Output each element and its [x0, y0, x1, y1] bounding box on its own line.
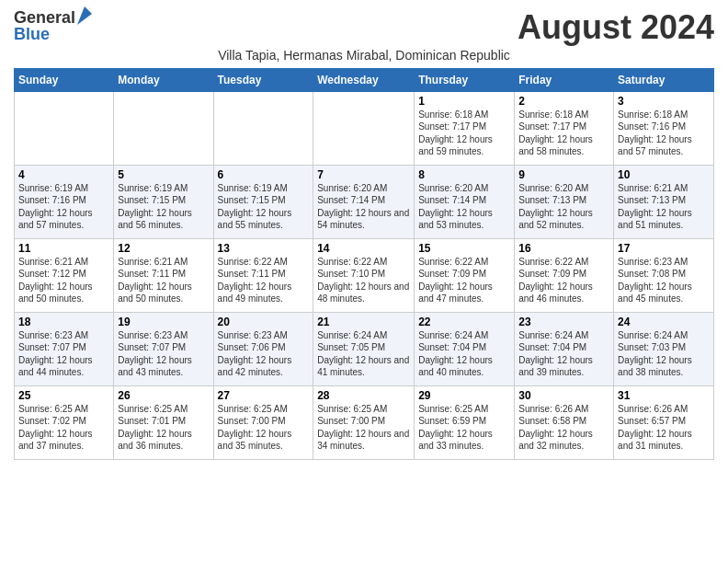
page-header: General Blue August 2024: [14, 9, 714, 46]
calendar-day-cell: 11Sunrise: 6:21 AMSunset: 7:12 PMDayligh…: [15, 238, 114, 312]
day-number: 20: [218, 316, 310, 328]
day-info: Sunrise: 6:26 AMSunset: 6:58 PMDaylight:…: [518, 403, 609, 453]
day-number: 22: [418, 316, 510, 328]
weekday-header-cell: Sunday: [15, 68, 114, 91]
day-info: Sunrise: 6:20 AMSunset: 7:14 PMDaylight:…: [418, 182, 510, 232]
day-number: 7: [317, 168, 410, 181]
day-number: 14: [317, 242, 410, 255]
weekday-header-row: SundayMondayTuesdayWednesdayThursdayFrid…: [15, 68, 714, 91]
svg-marker-0: [77, 6, 92, 25]
weekday-header-cell: Friday: [515, 68, 614, 91]
day-number: 21: [317, 316, 410, 328]
day-info: Sunrise: 6:19 AMSunset: 7:15 PMDaylight:…: [118, 182, 209, 232]
day-number: 2: [518, 95, 609, 108]
logo-bird-icon: [77, 6, 92, 25]
day-number: 31: [618, 389, 710, 402]
day-info: Sunrise: 6:21 AMSunset: 7:11 PMDaylight:…: [118, 256, 209, 305]
calendar-day-cell: 24Sunrise: 6:24 AMSunset: 7:03 PMDayligh…: [614, 312, 714, 385]
day-info: Sunrise: 6:19 AMSunset: 7:15 PMDaylight:…: [218, 182, 310, 232]
calendar-week-row: 18Sunrise: 6:23 AMSunset: 7:07 PMDayligh…: [15, 312, 714, 385]
day-number: 24: [618, 316, 710, 328]
day-info: Sunrise: 6:23 AMSunset: 7:08 PMDaylight:…: [618, 256, 710, 305]
calendar-day-cell: [213, 91, 313, 165]
day-number: 15: [418, 242, 510, 255]
day-info: Sunrise: 6:24 AMSunset: 7:04 PMDaylight:…: [418, 329, 510, 379]
day-info: Sunrise: 6:21 AMSunset: 7:12 PMDaylight:…: [18, 256, 109, 305]
day-number: 1: [418, 95, 510, 108]
calendar-table: SundayMondayTuesdayWednesdayThursdayFrid…: [14, 68, 714, 460]
day-number: 16: [518, 242, 609, 255]
day-info: Sunrise: 6:25 AMSunset: 7:00 PMDaylight:…: [317, 403, 410, 453]
calendar-day-cell: 9Sunrise: 6:20 AMSunset: 7:13 PMDaylight…: [515, 165, 614, 238]
day-number: 5: [118, 168, 209, 181]
weekday-header-cell: Saturday: [614, 68, 714, 91]
calendar-day-cell: 30Sunrise: 6:26 AMSunset: 6:58 PMDayligh…: [515, 385, 614, 459]
day-info: Sunrise: 6:20 AMSunset: 7:13 PMDaylight:…: [518, 182, 609, 232]
day-info: Sunrise: 6:25 AMSunset: 6:59 PMDaylight:…: [418, 403, 510, 453]
logo-general-text: General: [14, 9, 75, 26]
weekday-header-cell: Wednesday: [313, 68, 415, 91]
day-info: Sunrise: 6:25 AMSunset: 7:01 PMDaylight:…: [118, 403, 209, 453]
calendar-week-row: 25Sunrise: 6:25 AMSunset: 7:02 PMDayligh…: [15, 385, 714, 459]
day-info: Sunrise: 6:24 AMSunset: 7:04 PMDaylight:…: [518, 329, 609, 379]
day-number: 17: [618, 242, 710, 255]
day-number: 4: [18, 168, 109, 181]
day-number: 23: [518, 316, 609, 328]
day-info: Sunrise: 6:23 AMSunset: 7:07 PMDaylight:…: [118, 329, 209, 379]
calendar-day-cell: [313, 91, 415, 165]
calendar-week-row: 11Sunrise: 6:21 AMSunset: 7:12 PMDayligh…: [15, 238, 714, 312]
month-year-title: August 2024: [518, 9, 714, 46]
day-info: Sunrise: 6:24 AMSunset: 7:03 PMDaylight:…: [618, 329, 710, 379]
calendar-body: 1Sunrise: 6:18 AMSunset: 7:17 PMDaylight…: [15, 91, 714, 459]
calendar-day-cell: 12Sunrise: 6:21 AMSunset: 7:11 PMDayligh…: [114, 238, 213, 312]
day-info: Sunrise: 6:23 AMSunset: 7:07 PMDaylight:…: [18, 329, 109, 379]
calendar-day-cell: 14Sunrise: 6:22 AMSunset: 7:10 PMDayligh…: [313, 238, 415, 312]
calendar-day-cell: [15, 91, 114, 165]
day-info: Sunrise: 6:22 AMSunset: 7:09 PMDaylight:…: [418, 256, 510, 305]
day-number: 19: [118, 316, 209, 328]
day-info: Sunrise: 6:26 AMSunset: 6:57 PMDaylight:…: [618, 403, 710, 453]
day-info: Sunrise: 6:19 AMSunset: 7:16 PMDaylight:…: [18, 182, 109, 232]
calendar-day-cell: 10Sunrise: 6:21 AMSunset: 7:13 PMDayligh…: [614, 165, 714, 238]
day-info: Sunrise: 6:25 AMSunset: 7:00 PMDaylight:…: [218, 403, 310, 453]
calendar-day-cell: 18Sunrise: 6:23 AMSunset: 7:07 PMDayligh…: [15, 312, 114, 385]
location-title: Villa Tapia, Hermanas Mirabal, Dominican…: [14, 48, 714, 63]
weekday-header-cell: Tuesday: [213, 68, 313, 91]
day-number: 10: [618, 168, 710, 181]
calendar-day-cell: 27Sunrise: 6:25 AMSunset: 7:00 PMDayligh…: [213, 385, 313, 459]
calendar-day-cell: 15Sunrise: 6:22 AMSunset: 7:09 PMDayligh…: [415, 238, 515, 312]
logo-blue-text: Blue: [14, 26, 50, 42]
calendar-day-cell: 19Sunrise: 6:23 AMSunset: 7:07 PMDayligh…: [114, 312, 213, 385]
day-info: Sunrise: 6:22 AMSunset: 7:10 PMDaylight:…: [317, 256, 410, 305]
day-number: 28: [317, 389, 410, 402]
calendar-week-row: 1Sunrise: 6:18 AMSunset: 7:17 PMDaylight…: [15, 91, 714, 165]
calendar-day-cell: 22Sunrise: 6:24 AMSunset: 7:04 PMDayligh…: [415, 312, 515, 385]
weekday-header-cell: Monday: [114, 68, 213, 91]
calendar-day-cell: 1Sunrise: 6:18 AMSunset: 7:17 PMDaylight…: [415, 91, 515, 165]
day-info: Sunrise: 6:23 AMSunset: 7:06 PMDaylight:…: [218, 329, 310, 379]
calendar-week-row: 4Sunrise: 6:19 AMSunset: 7:16 PMDaylight…: [15, 165, 714, 238]
calendar-day-cell: 4Sunrise: 6:19 AMSunset: 7:16 PMDaylight…: [15, 165, 114, 238]
calendar-day-cell: 31Sunrise: 6:26 AMSunset: 6:57 PMDayligh…: [614, 385, 714, 459]
calendar-day-cell: 5Sunrise: 6:19 AMSunset: 7:15 PMDaylight…: [114, 165, 213, 238]
day-number: 18: [18, 316, 109, 328]
calendar-day-cell: 25Sunrise: 6:25 AMSunset: 7:02 PMDayligh…: [15, 385, 114, 459]
day-number: 6: [218, 168, 310, 181]
calendar-day-cell: 21Sunrise: 6:24 AMSunset: 7:05 PMDayligh…: [313, 312, 415, 385]
calendar-day-cell: 29Sunrise: 6:25 AMSunset: 6:59 PMDayligh…: [415, 385, 515, 459]
calendar-day-cell: 8Sunrise: 6:20 AMSunset: 7:14 PMDaylight…: [415, 165, 515, 238]
weekday-header-cell: Thursday: [415, 68, 515, 91]
day-number: 8: [418, 168, 510, 181]
calendar-day-cell: 3Sunrise: 6:18 AMSunset: 7:16 PMDaylight…: [614, 91, 714, 165]
day-number: 9: [518, 168, 609, 181]
calendar-day-cell: 20Sunrise: 6:23 AMSunset: 7:06 PMDayligh…: [213, 312, 313, 385]
calendar-day-cell: 23Sunrise: 6:24 AMSunset: 7:04 PMDayligh…: [515, 312, 614, 385]
day-number: 26: [118, 389, 209, 402]
day-number: 12: [118, 242, 209, 255]
calendar-day-cell: 16Sunrise: 6:22 AMSunset: 7:09 PMDayligh…: [515, 238, 614, 312]
day-info: Sunrise: 6:18 AMSunset: 7:16 PMDaylight:…: [618, 109, 710, 158]
day-info: Sunrise: 6:22 AMSunset: 7:11 PMDaylight:…: [218, 256, 310, 305]
calendar-day-cell: 17Sunrise: 6:23 AMSunset: 7:08 PMDayligh…: [614, 238, 714, 312]
calendar-day-cell: 28Sunrise: 6:25 AMSunset: 7:00 PMDayligh…: [313, 385, 415, 459]
day-info: Sunrise: 6:18 AMSunset: 7:17 PMDaylight:…: [518, 109, 609, 158]
